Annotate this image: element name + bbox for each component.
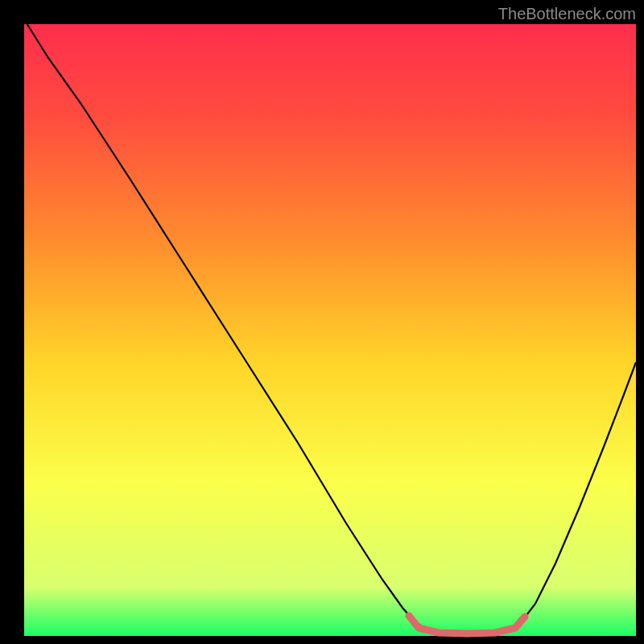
chart-container (0, 0, 644, 644)
chart-svg (0, 0, 644, 644)
watermark-text: TheBottleneck.com (498, 5, 636, 23)
plot-background (24, 24, 636, 636)
